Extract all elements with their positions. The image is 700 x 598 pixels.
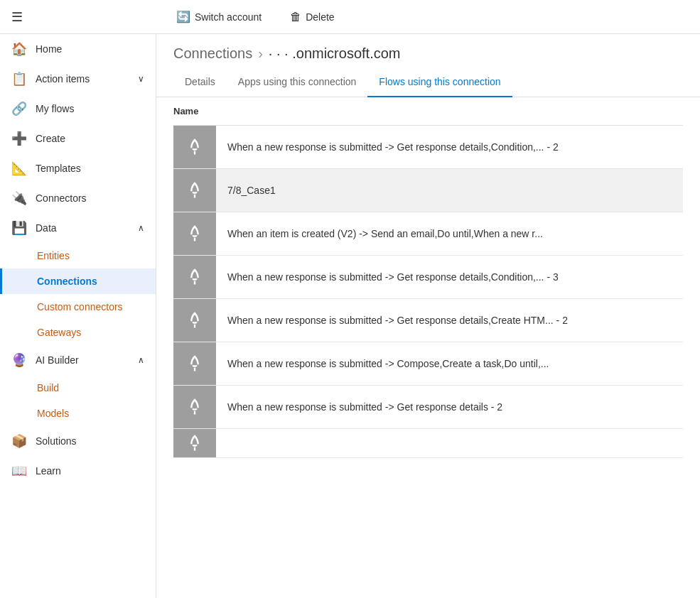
flow-icon-6 xyxy=(173,386,216,428)
table-row[interactable]: When a new response is submitted -> Get … xyxy=(173,299,683,342)
rocket-icon xyxy=(185,180,205,200)
action-items-icon: 📋 xyxy=(11,71,27,87)
breadcrumb-separator: › xyxy=(258,45,263,62)
hamburger-icon: ☰ xyxy=(11,9,23,25)
sidebar-item-ai-builder[interactable]: 🔮 AI Builder ∧ xyxy=(0,345,156,375)
rocket-icon xyxy=(185,397,205,417)
sidebar-label-build: Build xyxy=(37,382,59,393)
switch-account-label: Switch account xyxy=(195,11,262,23)
sidebar-item-home[interactable]: 🏠 Home xyxy=(0,34,156,64)
hamburger-menu[interactable]: ☰ xyxy=(0,0,156,34)
sidebar-item-connections[interactable]: Connections xyxy=(0,268,156,294)
delete-button[interactable]: 🗑 Delete xyxy=(281,6,343,28)
sidebar-label-entities: Entities xyxy=(37,250,70,261)
sidebar-item-create[interactable]: ➕ Create xyxy=(0,124,156,153)
sidebar-item-connectors[interactable]: 🔌 Connectors xyxy=(0,183,156,213)
sidebar-label-action-items: Action items xyxy=(36,73,90,85)
sidebar-label-custom-connectors: Custom connectors xyxy=(37,301,123,312)
flow-name-2: When an item is created (V2) -> Send an … xyxy=(227,228,543,239)
templates-icon: 📐 xyxy=(11,161,27,176)
flow-name-4: When a new response is submitted -> Get … xyxy=(227,315,568,326)
sidebar-item-entities[interactable]: Entities xyxy=(0,243,156,268)
sidebar-label-ai-builder: AI Builder xyxy=(36,354,79,366)
learn-icon: 📖 xyxy=(11,463,27,479)
flow-name-6: When a new response is submitted -> Get … xyxy=(227,401,502,413)
delete-icon: 🗑 xyxy=(290,11,301,23)
rocket-icon xyxy=(185,137,205,157)
flow-name-1: 7/8_Case1 xyxy=(227,185,276,196)
flow-icon-7 xyxy=(173,429,216,457)
breadcrumb-parent[interactable]: Connections xyxy=(173,45,252,62)
flow-icon-3 xyxy=(173,256,216,298)
data-icon: 💾 xyxy=(11,220,27,236)
sidebar-item-templates[interactable]: 📐 Templates xyxy=(0,153,156,183)
sidebar-item-learn[interactable]: 📖 Learn xyxy=(0,456,156,486)
tab-apps-using[interactable]: Apps using this connection xyxy=(227,67,368,97)
tab-details-label: Details xyxy=(185,76,215,87)
switch-account-button[interactable]: 🔄 Switch account xyxy=(168,6,270,28)
column-name-label: Name xyxy=(173,106,198,116)
rocket-icon xyxy=(185,354,205,374)
rocket-icon xyxy=(185,310,205,330)
solutions-icon: 📦 xyxy=(11,433,27,449)
sidebar-item-build[interactable]: Build xyxy=(0,375,156,401)
sidebar-label-templates: Templates xyxy=(36,163,81,174)
table-row[interactable]: When a new response is submitted -> Comp… xyxy=(173,342,683,386)
rocket-icon xyxy=(185,267,205,287)
sidebar-item-custom-connectors[interactable]: Custom connectors xyxy=(0,294,156,320)
sidebar-item-models[interactable]: Models xyxy=(0,401,156,426)
sidebar-label-connectors: Connectors xyxy=(36,192,87,204)
flow-icon-1 xyxy=(173,169,216,212)
flow-name-5: When a new response is submitted -> Comp… xyxy=(227,358,549,369)
tabs-bar: Details Apps using this connection Flows… xyxy=(156,67,700,97)
sidebar-label-models: Models xyxy=(37,408,69,419)
tab-flows-using[interactable]: Flows using this connection xyxy=(367,67,512,97)
sidebar-item-gateways[interactable]: Gateways xyxy=(0,320,156,345)
flow-name-0: When a new response is submitted -> Get … xyxy=(227,141,559,153)
my-flows-icon: 🔗 xyxy=(11,101,27,116)
table-row[interactable]: When a new response is submitted -> Get … xyxy=(173,126,683,169)
sidebar-label-data: Data xyxy=(36,222,57,234)
table-row[interactable]: When a new response is submitted -> Get … xyxy=(173,256,683,299)
sidebar-label-connections: Connections xyxy=(37,276,97,287)
breadcrumb-current: · · · .onmicrosoft.com xyxy=(269,45,401,62)
content-area: Connections › · · · .onmicrosoft.com Det… xyxy=(156,34,700,598)
breadcrumb: Connections › · · · .onmicrosoft.com xyxy=(156,34,700,67)
flow-icon-0 xyxy=(173,126,216,168)
switch-account-icon: 🔄 xyxy=(176,10,190,23)
sidebar-label-solutions: Solutions xyxy=(36,435,77,447)
data-chevron: ∧ xyxy=(138,223,144,233)
table-row[interactable] xyxy=(173,429,683,458)
sidebar-item-solutions[interactable]: 📦 Solutions xyxy=(0,426,156,456)
rocket-icon xyxy=(185,433,205,453)
sidebar-label-my-flows: My flows xyxy=(36,103,74,114)
table-row[interactable]: 7/8_Case1 xyxy=(173,169,683,212)
table-column-name: Name xyxy=(173,97,683,126)
rocket-icon xyxy=(185,224,205,244)
sidebar-label-create: Create xyxy=(36,133,65,144)
home-icon: 🏠 xyxy=(11,41,27,57)
ai-builder-icon: 🔮 xyxy=(11,352,27,368)
sidebar-item-data[interactable]: 💾 Data ∧ xyxy=(0,213,156,243)
action-items-chevron: ∨ xyxy=(138,74,144,84)
tab-details[interactable]: Details xyxy=(173,67,227,97)
sidebar: 🏠 Home 📋 Action items ∨ 🔗 My flows ➕ Cre… xyxy=(0,34,156,598)
sidebar-item-my-flows[interactable]: 🔗 My flows xyxy=(0,94,156,124)
sidebar-item-action-items[interactable]: 📋 Action items ∨ xyxy=(0,64,156,94)
flows-table: Name When a new response is submitted ->… xyxy=(156,97,700,598)
connectors-icon: 🔌 xyxy=(11,190,27,206)
table-row[interactable]: When an item is created (V2) -> Send an … xyxy=(173,212,683,256)
tab-apps-using-label: Apps using this connection xyxy=(238,76,357,87)
table-row[interactable]: When a new response is submitted -> Get … xyxy=(173,386,683,429)
sidebar-label-home: Home xyxy=(36,43,62,55)
create-icon: ➕ xyxy=(11,131,27,146)
tab-flows-using-label: Flows using this connection xyxy=(379,76,500,87)
flow-icon-5 xyxy=(173,342,216,385)
sidebar-label-learn: Learn xyxy=(36,465,61,477)
flow-icon-2 xyxy=(173,212,216,255)
ai-builder-chevron: ∧ xyxy=(138,355,144,365)
flow-icon-4 xyxy=(173,299,216,342)
flow-name-3: When a new response is submitted -> Get … xyxy=(227,271,559,283)
sidebar-label-gateways: Gateways xyxy=(37,327,81,338)
delete-label: Delete xyxy=(306,11,334,23)
